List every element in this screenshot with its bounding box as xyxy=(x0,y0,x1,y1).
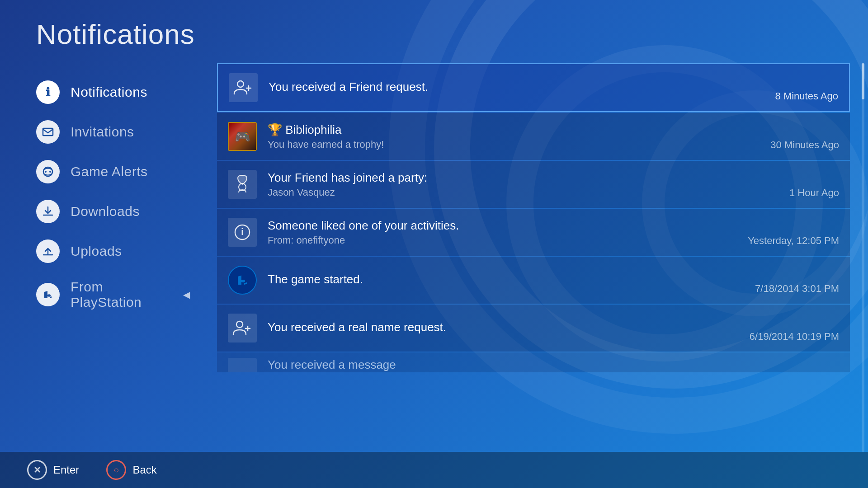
page-title: Notifications xyxy=(36,18,195,50)
sidebar-item-uploads[interactable]: Uploads xyxy=(0,231,208,271)
sidebar-item-invitations[interactable]: Invitations xyxy=(0,112,208,152)
back-action: ○ Back xyxy=(106,460,156,480)
notif-item-message-partial: You received a message xyxy=(217,352,850,372)
real-name-icon xyxy=(228,314,257,343)
notifications-panel: You received a Friend request. 8 Minutes… xyxy=(208,63,868,452)
sidebar-item-from-playstation-label: From PlayStation xyxy=(71,279,172,310)
notif-item-real-name[interactable]: You received a real name request. 6/19/2… xyxy=(217,305,850,352)
x-button[interactable]: ✕ xyxy=(27,460,47,480)
notif-party-content: Your Friend has joined a party: Jason Va… xyxy=(268,171,839,198)
trophy-image: 🎮 xyxy=(228,122,257,151)
notif-item-trophy[interactable]: 🎮 🏆 Bibliophilia You have earned a troph… xyxy=(217,113,850,160)
sidebar-item-notifications-label: Notifications xyxy=(71,84,147,100)
activity-like-icon: i xyxy=(228,218,257,247)
invitations-icon xyxy=(36,120,60,144)
svg-point-2 xyxy=(45,171,47,173)
uploads-icon xyxy=(36,239,60,263)
game-alerts-icon xyxy=(36,160,60,183)
friend-request-icon xyxy=(229,73,258,102)
sidebar: ℹ Notifications Invitations xyxy=(0,63,208,452)
party-icon xyxy=(228,170,257,199)
enter-action: ✕ Enter xyxy=(27,460,79,480)
notifications-icon: ℹ xyxy=(36,80,60,104)
main-layout: ℹ Notifications Invitations xyxy=(0,63,868,452)
notif-item-party[interactable]: Your Friend has joined a party: Jason Va… xyxy=(217,161,850,208)
message-icon-partial xyxy=(228,358,257,372)
notif-game-started-time: 7/18/2014 3:01 PM xyxy=(755,283,839,295)
circle-button[interactable]: ○ xyxy=(106,460,126,480)
game-started-icon xyxy=(228,266,257,295)
notif-item-activity-like[interactable]: i Someone liked one of your activities. … xyxy=(217,209,850,256)
notif-item-game-started[interactable]: The game started. 7/18/2014 3:01 PM xyxy=(217,257,850,304)
notif-trophy-subtitle: You have earned a trophy! xyxy=(268,139,839,150)
sidebar-item-invitations-label: Invitations xyxy=(71,124,134,140)
sidebar-item-game-alerts[interactable]: Game Alerts xyxy=(0,152,208,192)
notif-trophy-time: 30 Minutes Ago xyxy=(770,139,839,151)
sidebar-item-game-alerts-label: Game Alerts xyxy=(71,164,148,179)
notif-real-name-time: 6/19/2014 10:19 PM xyxy=(750,331,839,343)
enter-label: Enter xyxy=(53,464,79,476)
sidebar-item-downloads[interactable]: Downloads xyxy=(0,192,208,231)
playstation-icon xyxy=(228,266,257,295)
sidebar-item-uploads-label: Uploads xyxy=(71,244,122,259)
notif-activity-time: Yesterday, 12:05 PM xyxy=(748,235,839,247)
trophy-icon: 🎮 xyxy=(228,122,257,151)
notif-party-time: 1 Hour Ago xyxy=(789,187,839,199)
sidebar-item-from-playstation[interactable]: From PlayStation ◀ xyxy=(0,271,208,318)
back-label: Back xyxy=(132,464,156,476)
svg-text:i: i xyxy=(241,227,244,237)
notif-message-partial-title: You received a message xyxy=(268,358,839,372)
sidebar-item-downloads-label: Downloads xyxy=(71,204,140,219)
notif-item-friend-request[interactable]: You received a Friend request. 8 Minutes… xyxy=(217,63,850,112)
notif-game-started-title: The game started. xyxy=(268,272,839,286)
notif-party-subtitle: Jason Vasquez xyxy=(268,187,839,198)
downloads-icon xyxy=(36,200,60,223)
svg-point-4 xyxy=(237,81,244,87)
svg-rect-0 xyxy=(43,128,53,136)
notif-friend-request-time: 8 Minutes Ago xyxy=(775,90,838,102)
notif-trophy-content: 🏆 Bibliophilia You have earned a trophy! xyxy=(268,123,839,150)
chevron-icon: ◀ xyxy=(183,289,190,300)
from-playstation-icon xyxy=(36,283,60,306)
scrollbar[interactable] xyxy=(862,63,864,452)
sidebar-item-notifications[interactable]: ℹ Notifications xyxy=(0,72,208,112)
notif-message-partial-content: You received a message xyxy=(268,358,839,372)
notif-friend-request-title: You received a Friend request. xyxy=(269,80,838,94)
svg-point-8 xyxy=(236,321,243,328)
notif-activity-title: Someone liked one of your activities. xyxy=(268,219,839,233)
svg-point-3 xyxy=(49,171,51,173)
scrollbar-thumb xyxy=(862,63,864,99)
notif-friend-request-content: You received a Friend request. xyxy=(269,80,838,96)
notification-list: You received a Friend request. 8 Minutes… xyxy=(217,63,850,372)
notif-party-title: Your Friend has joined a party: xyxy=(268,171,839,185)
notif-game-started-content: The game started. xyxy=(268,272,839,288)
bottom-bar: ✕ Enter ○ Back xyxy=(0,452,868,488)
notif-trophy-title: 🏆 Bibliophilia xyxy=(268,123,839,137)
